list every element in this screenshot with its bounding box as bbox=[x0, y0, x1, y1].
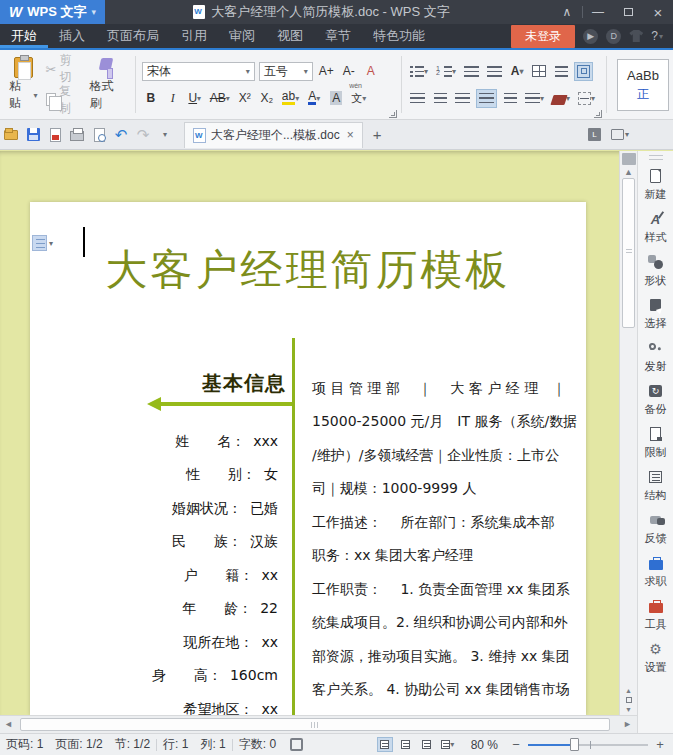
highlight-button[interactable]: ab▾ bbox=[280, 89, 301, 108]
print-button[interactable] bbox=[67, 125, 87, 145]
clear-format-button[interactable]: A bbox=[362, 62, 380, 81]
save-button[interactable] bbox=[23, 125, 43, 145]
strikethrough-button[interactable]: AB▾ bbox=[208, 89, 232, 108]
play-icon[interactable]: ▶ bbox=[583, 29, 598, 44]
vertical-scrollbar[interactable]: ▲ ▲ ▼ bbox=[619, 151, 637, 715]
login-button[interactable]: 未登录 bbox=[511, 25, 575, 48]
justify-button[interactable] bbox=[476, 89, 497, 108]
print-preview-button[interactable] bbox=[89, 125, 109, 145]
tab-list-button[interactable]: ▾ bbox=[611, 129, 629, 140]
font-size-select[interactable]: 五号▾ bbox=[259, 62, 313, 81]
scroll-right-arrow[interactable]: ► bbox=[623, 719, 632, 729]
previous-page-button[interactable]: ▲ bbox=[625, 687, 632, 694]
font-color-button[interactable]: A▾ bbox=[305, 89, 323, 108]
paste-button[interactable]: 粘贴▾ bbox=[4, 54, 43, 115]
word-count[interactable]: 字数: 0 bbox=[233, 736, 282, 753]
sidebar-item-new[interactable]: 新建 bbox=[638, 163, 673, 206]
zoom-in-button[interactable]: + bbox=[653, 737, 667, 752]
shrink-font-button[interactable]: A- bbox=[340, 62, 358, 81]
document-page[interactable]: ▾ 大客户经理简历模板 基本信息 姓 名：xxx 性 别：女 婚姻状况：已婚 民… bbox=[30, 202, 586, 715]
text-tools-button[interactable] bbox=[574, 62, 593, 81]
line-spacing-button[interactable]: ▾ bbox=[523, 89, 546, 108]
subscript-button[interactable]: X₂ bbox=[258, 89, 276, 108]
page-view-button[interactable] bbox=[377, 737, 393, 752]
shading-button[interactable]: ▾ bbox=[550, 89, 572, 108]
zoom-slider-handle[interactable] bbox=[570, 738, 579, 751]
help-button[interactable]: ?▾ bbox=[651, 29, 663, 43]
superscript-button[interactable]: X² bbox=[236, 89, 254, 108]
close-button[interactable]: × bbox=[643, 0, 673, 24]
sidebar-item-launch[interactable]: 发射 bbox=[638, 335, 673, 378]
paragraph-dialog-launcher[interactable] bbox=[594, 110, 602, 118]
insert-table-icon[interactable] bbox=[530, 62, 548, 81]
fullscreen-view-button[interactable]: ▾ bbox=[440, 737, 456, 752]
docer-icon[interactable]: D bbox=[606, 29, 621, 44]
document-canvas[interactable]: ▾ 大客户经理简历模板 基本信息 姓 名：xxx 性 别：女 婚姻状况：已婚 民… bbox=[0, 151, 637, 715]
bold-button[interactable]: B bbox=[142, 89, 160, 108]
web-view-button[interactable] bbox=[419, 737, 435, 752]
format-painter-button[interactable]: 格式刷 bbox=[85, 54, 129, 115]
spellcheck-icon[interactable] bbox=[290, 738, 303, 751]
sidebar-item-settings[interactable]: ⚙设置 bbox=[638, 636, 673, 679]
sidebar-item-shapes[interactable]: 形状 bbox=[638, 249, 673, 292]
tab-view[interactable]: 视图 bbox=[266, 24, 314, 48]
sidebar-handle[interactable] bbox=[649, 155, 663, 161]
vertical-scroll-thumb[interactable] bbox=[622, 178, 635, 328]
show-marks-button[interactable] bbox=[552, 62, 570, 81]
redo-button[interactable]: ↷ bbox=[133, 125, 153, 145]
horizontal-scrollbar[interactable]: ◄ ► bbox=[0, 715, 637, 733]
collapse-ribbon-button[interactable]: ∧ bbox=[552, 0, 582, 24]
bullets-button[interactable]: ▾ bbox=[408, 62, 430, 81]
scroll-left-arrow[interactable]: ◄ bbox=[4, 719, 13, 729]
scroll-up-arrow[interactable]: ▲ bbox=[620, 167, 637, 177]
underline-button[interactable]: U▾ bbox=[186, 89, 204, 108]
minimize-button[interactable]: — bbox=[583, 0, 613, 24]
document-tab[interactable]: W 大客户经理个...模板.doc × bbox=[184, 122, 363, 148]
open-button[interactable] bbox=[1, 125, 21, 145]
font-dialog-launcher[interactable] bbox=[389, 110, 397, 118]
export-pdf-button[interactable] bbox=[45, 125, 65, 145]
increase-indent-button[interactable] bbox=[485, 62, 504, 81]
history-icon[interactable]: L bbox=[588, 128, 601, 141]
tab-section[interactable]: 章节 bbox=[314, 24, 362, 48]
tab-home[interactable]: 开始 bbox=[0, 24, 48, 48]
sidebar-item-backup[interactable]: ↻备份 bbox=[638, 378, 673, 421]
font-name-select[interactable]: 宋体▾ bbox=[142, 62, 255, 81]
sidebar-item-jobs[interactable]: 求职 bbox=[638, 550, 673, 593]
sidebar-item-feedback[interactable]: 反馈 bbox=[638, 507, 673, 550]
tab-insert[interactable]: 插入 bbox=[48, 24, 96, 48]
numbering-button[interactable]: 12▾ bbox=[434, 62, 458, 81]
style-normal-item[interactable]: AaBb 正 bbox=[617, 59, 669, 111]
undo-button[interactable]: ↶ bbox=[111, 125, 131, 145]
align-center-button[interactable] bbox=[431, 89, 449, 108]
copy-button[interactable]: 复制 bbox=[43, 90, 85, 110]
select-browse-object-button[interactable] bbox=[626, 697, 632, 703]
grow-font-button[interactable]: A+ bbox=[317, 62, 336, 81]
maximize-button[interactable] bbox=[613, 0, 643, 24]
distribute-button[interactable] bbox=[501, 89, 519, 108]
zoom-slider[interactable] bbox=[528, 737, 648, 752]
zoom-out-button[interactable]: − bbox=[509, 737, 523, 752]
horizontal-scroll-thumb[interactable] bbox=[20, 718, 610, 731]
quickbar-customize-button[interactable]: ▾ bbox=[155, 125, 175, 145]
tab-special-features[interactable]: 特色功能 bbox=[362, 24, 436, 48]
wps-app-button[interactable]: W WPS 文字 ▾ bbox=[0, 0, 105, 24]
phonetic-guide-button[interactable]: wén文▾ bbox=[349, 89, 368, 108]
sidebar-item-styles[interactable]: A样式 bbox=[638, 206, 673, 249]
char-shading-button[interactable]: A bbox=[327, 89, 345, 108]
next-page-button[interactable]: ▼ bbox=[625, 706, 632, 713]
tab-references[interactable]: 引用 bbox=[170, 24, 218, 48]
tab-page-layout[interactable]: 页面布局 bbox=[96, 24, 170, 48]
align-left-button[interactable] bbox=[408, 89, 427, 108]
sidebar-item-select[interactable]: 选择 bbox=[638, 292, 673, 335]
decrease-indent-button[interactable] bbox=[462, 62, 481, 81]
cut-button[interactable]: ✂ 剪切 bbox=[43, 59, 85, 79]
sidebar-item-structure[interactable]: 结构 bbox=[638, 464, 673, 507]
borders-button[interactable]: ▾ bbox=[576, 89, 597, 108]
close-tab-icon[interactable]: × bbox=[347, 128, 354, 142]
ruler-toggle-icon[interactable] bbox=[622, 153, 636, 165]
outline-view-button[interactable] bbox=[398, 737, 414, 752]
italic-button[interactable]: I bbox=[164, 89, 182, 108]
align-right-button[interactable] bbox=[453, 89, 472, 108]
text-direction-button[interactable]: A▾ bbox=[508, 62, 526, 81]
